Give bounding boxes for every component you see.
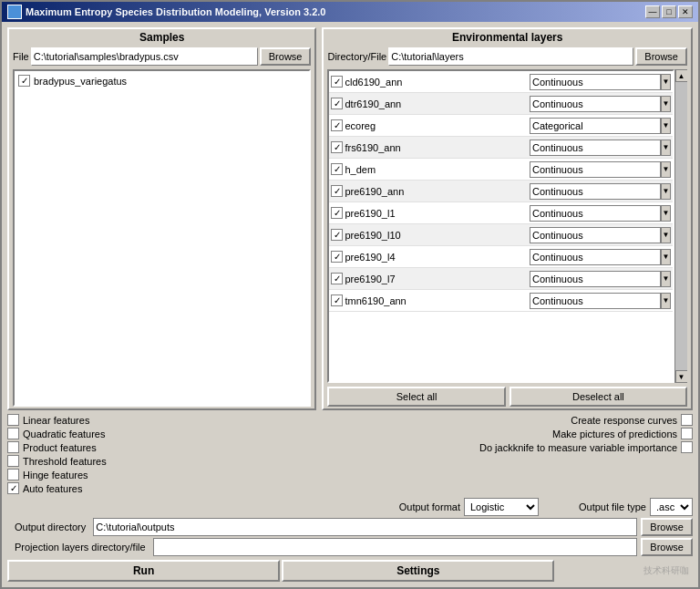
- layer-type-input-6[interactable]: [530, 205, 661, 222]
- layer-dropdown-btn-4[interactable]: ▼: [661, 161, 671, 178]
- samples-panel: Samples File Browse bradypus_variegatus: [7, 27, 316, 410]
- scroll-track[interactable]: [675, 82, 688, 370]
- feature-checkbox-4[interactable]: [7, 469, 19, 480]
- layer-checkbox-4[interactable]: [331, 163, 343, 175]
- feature-checkbox-2[interactable]: [7, 441, 19, 453]
- output-dir-browse-button[interactable]: Browse: [641, 518, 693, 536]
- main-window: Maximum Entropy Species Distribution Mod…: [0, 0, 700, 589]
- layer-checkbox-2[interactable]: [331, 119, 343, 131]
- layer-type-container-0: ▼: [530, 74, 671, 90]
- layer-type-input-1[interactable]: [530, 96, 661, 112]
- env-browse-button[interactable]: Browse: [635, 47, 687, 66]
- env-panel: Environmental layers Directory/File Brow…: [322, 27, 693, 410]
- layer-type-input-8[interactable]: [530, 249, 661, 265]
- feature-item-1: Quadratic features: [7, 428, 350, 439]
- feature-checkbox-5[interactable]: [7, 482, 19, 494]
- samples-browse-button[interactable]: Browse: [260, 47, 312, 66]
- scroll-up-btn[interactable]: ▲: [675, 69, 688, 82]
- output-format-select[interactable]: Logistic Cumulative Raw: [464, 498, 539, 516]
- select-all-button[interactable]: Select all: [327, 387, 505, 407]
- sample-checkbox[interactable]: [18, 75, 30, 87]
- layer-checkbox-3[interactable]: [331, 141, 343, 153]
- feature-label-3: Threshold features: [23, 456, 107, 467]
- output-section: Output format Logistic Cumulative Raw Ou…: [7, 498, 693, 556]
- layer-checkbox-9[interactable]: [331, 273, 343, 284]
- features-options-row: Linear features Quadratic features Produ…: [7, 414, 693, 494]
- env-scrollbar[interactable]: ▲ ▼: [674, 69, 687, 383]
- layer-type-input-10[interactable]: [530, 293, 661, 309]
- layer-dropdown-btn-6[interactable]: ▼: [661, 205, 671, 222]
- layer-type-container-9: ▼: [530, 271, 671, 287]
- scroll-down-btn[interactable]: ▼: [675, 370, 688, 383]
- env-dir-input[interactable]: [388, 47, 633, 66]
- layer-type-input-5[interactable]: [530, 183, 661, 200]
- layer-type-container-3: ▼: [530, 140, 671, 156]
- layer-checkbox-8[interactable]: [331, 251, 343, 263]
- title-bar: Maximum Entropy Species Distribution Mod…: [2, 2, 698, 22]
- layer-dropdown-btn-0[interactable]: ▼: [661, 74, 671, 90]
- feature-checkbox-0[interactable]: [7, 414, 19, 426]
- output-filetype-select[interactable]: .asc .grd .bil: [650, 498, 693, 516]
- feature-checkbox-3[interactable]: [7, 455, 19, 467]
- feature-checkbox-1[interactable]: [7, 428, 19, 439]
- env-dir-label: Directory/File: [327, 51, 386, 62]
- layer-dropdown-btn-5[interactable]: ▼: [661, 183, 671, 200]
- layer-type-input-2[interactable]: [530, 118, 661, 134]
- layer-type-container-1: ▼: [530, 96, 671, 112]
- layer-checkbox-10[interactable]: [331, 294, 343, 306]
- layer-dropdown-btn-9[interactable]: ▼: [661, 271, 671, 287]
- create-response-checkbox[interactable]: [681, 414, 693, 426]
- layer-name-2: ecoreg: [343, 120, 530, 131]
- layer-row: pre6190_l4 ▼: [329, 246, 673, 268]
- layer-checkbox-5[interactable]: [331, 185, 343, 197]
- samples-file-row: File Browse: [9, 46, 314, 67]
- layer-row: dtr6190_ann ▼: [329, 93, 673, 115]
- maximize-button[interactable]: □: [662, 5, 676, 18]
- output-format-label: Output format: [399, 501, 460, 512]
- layer-type-input-4[interactable]: [530, 161, 661, 178]
- layer-type-input-7[interactable]: [530, 227, 661, 243]
- close-button[interactable]: ✕: [678, 5, 693, 18]
- layer-checkbox-6[interactable]: [331, 207, 343, 219]
- layer-type-input-9[interactable]: [530, 271, 661, 287]
- layer-checkbox-7[interactable]: [331, 229, 343, 241]
- output-dir-label: Output directory: [15, 522, 86, 532]
- watermark-area: 技术科研咖: [554, 560, 693, 582]
- run-button[interactable]: Run: [7, 560, 280, 582]
- make-pictures-checkbox[interactable]: [681, 428, 693, 439]
- env-action-buttons: Select all Deselect all: [324, 385, 691, 408]
- output-dir-input[interactable]: [93, 518, 637, 536]
- settings-button[interactable]: Settings: [282, 560, 554, 582]
- minimize-button[interactable]: —: [645, 5, 660, 18]
- options-col: Create response curves Make pictures of …: [350, 414, 693, 494]
- layer-type-input-3[interactable]: [530, 140, 661, 156]
- layer-name-4: h_dem: [343, 164, 530, 175]
- layer-type-container-5: ▼: [530, 183, 671, 200]
- jackknife-checkbox[interactable]: [681, 441, 693, 453]
- layer-type-input-0[interactable]: [530, 74, 661, 90]
- projection-input[interactable]: [153, 538, 638, 556]
- layer-dropdown-btn-7[interactable]: ▼: [661, 227, 671, 243]
- layer-name-7: pre6190_l10: [343, 230, 530, 241]
- layer-type-container-4: ▼: [530, 161, 671, 178]
- samples-header: Samples: [9, 29, 314, 46]
- layer-dropdown-btn-10[interactable]: ▼: [661, 293, 671, 309]
- layer-dropdown-btn-1[interactable]: ▼: [661, 96, 671, 112]
- layer-checkbox-0[interactable]: [331, 76, 343, 88]
- title-buttons: — □ ✕: [645, 5, 693, 18]
- layer-checkbox-1[interactable]: [331, 98, 343, 109]
- layer-type-container-7: ▼: [530, 227, 671, 243]
- layer-dropdown-btn-8[interactable]: ▼: [661, 249, 671, 265]
- projection-browse-button[interactable]: Browse: [641, 538, 693, 556]
- layer-dropdown-btn-3[interactable]: ▼: [661, 140, 671, 156]
- deselect-all-button[interactable]: Deselect all: [510, 387, 687, 407]
- samples-file-input[interactable]: [31, 47, 258, 66]
- output-dir-row: Output directory Browse: [7, 518, 693, 536]
- app-icon: [7, 5, 22, 19]
- layer-name-5: pre6190_ann: [343, 186, 530, 197]
- layer-name-9: pre6190_l7: [343, 274, 530, 284]
- layer-dropdown-btn-2[interactable]: ▼: [661, 118, 671, 134]
- feature-item-4: Hinge features: [7, 469, 350, 480]
- layer-row: ecoreg ▼: [329, 115, 673, 137]
- feature-label-2: Product features: [23, 442, 97, 453]
